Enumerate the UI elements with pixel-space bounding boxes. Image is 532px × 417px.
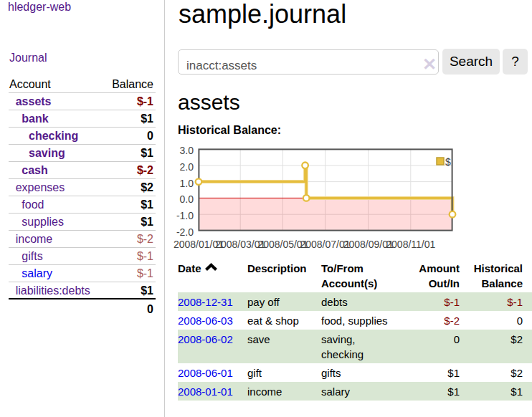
svg-text:$: $	[445, 155, 451, 167]
svg-text:0.0: 0.0	[180, 193, 194, 205]
svg-text:2.0: 2.0	[180, 160, 194, 172]
svg-text:2008/11/01: 2008/11/01	[386, 238, 435, 249]
svg-text:-1.0: -1.0	[176, 210, 194, 221]
svg-text:-2.0: -2.0	[176, 226, 194, 237]
svg-text:3.0: 3.0	[180, 144, 194, 155]
svg-text:1.0: 1.0	[180, 177, 194, 188]
